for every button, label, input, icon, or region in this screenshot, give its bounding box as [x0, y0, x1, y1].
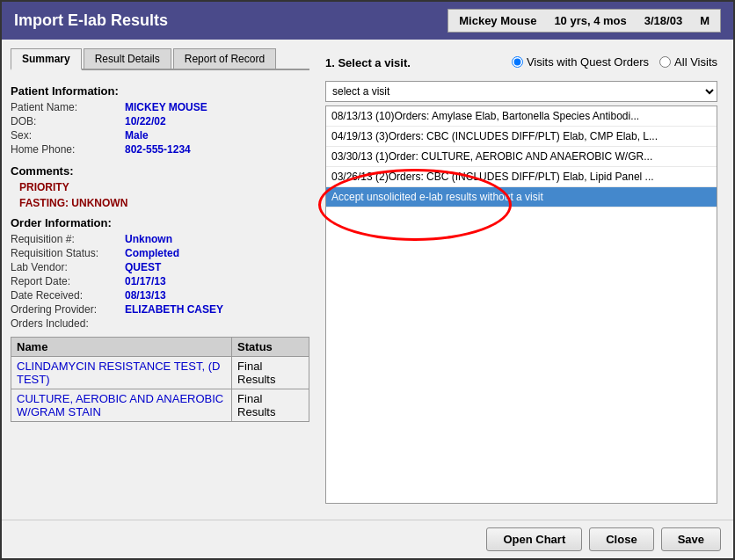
visit-item-3[interactable]: 03/30/13 (1)Order: CULTURE, AEROBIC AND … — [326, 147, 717, 167]
report-date-label: Report Date: — [11, 275, 125, 287]
order-name-2: CULTURE, AEROBIC AND ANAEROBIC W/GRAM ST… — [11, 389, 232, 422]
table-row: CULTURE, AEROBIC AND ANAEROBIC W/GRAM ST… — [11, 389, 309, 422]
sex-row: Sex: Male — [11, 129, 309, 142]
table-row: CLINDAMYCIN RESISTANCE TEST, (D TEST) Fi… — [11, 357, 309, 389]
lab-vendor-value: QUEST — [125, 261, 161, 273]
order-status-2: Final Results — [232, 389, 309, 422]
close-button[interactable]: Close — [589, 527, 653, 551]
date-received-value: 08/13/13 — [125, 289, 166, 302]
visit-dropdown[interactable]: select a visit — [325, 81, 717, 102]
radio-group: Visits with Quest Orders All Visits — [512, 55, 717, 69]
radio-quest-label: Visits with Quest Orders — [527, 55, 649, 69]
order-status-1: Final Results — [232, 357, 309, 389]
radio-all-label: All Visits — [674, 55, 717, 69]
header-patient-sex: M — [700, 14, 710, 27]
dialog-header: Import E-lab Results Mickey Mouse 10 yrs… — [2, 2, 733, 40]
visit-item-4[interactable]: 03/26/13 (2)Orders: CBC (INCLUDES DIFF/P… — [326, 167, 717, 187]
dialog-body: Summary Result Details Report of Record … — [2, 40, 733, 520]
comments-fasting: FASTING: UNKNOWN — [19, 197, 309, 209]
date-received-label: Date Received: — [11, 289, 125, 302]
annotation-container: 08/13/13 (10)Orders: Amylase Elab, Barto… — [325, 105, 717, 504]
visit-item-2[interactable]: 04/19/13 (3)Orders: CBC (INCLUDES DIFF/P… — [326, 127, 717, 147]
radio-quest-orders[interactable]: Visits with Quest Orders — [512, 55, 649, 69]
phone-row: Home Phone: 802-555-1234 — [11, 143, 309, 156]
orders-included-row: Orders Included: — [11, 317, 309, 330]
step-label: 1. Select a visit. — [325, 56, 411, 69]
col-header-name: Name — [11, 338, 232, 357]
req-status-value: Completed — [125, 247, 179, 259]
patient-info-title: Patient Information: — [11, 84, 309, 98]
visit-item-1[interactable]: 08/13/13 (10)Orders: Amylase Elab, Barto… — [326, 106, 717, 127]
radio-quest-input[interactable] — [512, 56, 523, 68]
visit-list: 08/13/13 (10)Orders: Amylase Elab, Barto… — [325, 105, 717, 504]
date-received-row: Date Received: 08/13/13 — [11, 289, 309, 302]
open-chart-button[interactable]: Open Chart — [486, 527, 582, 551]
step-row: 1. Select a visit. Visits with Quest Ord… — [325, 55, 717, 76]
col-header-status: Status — [232, 338, 309, 357]
patient-name-row: Patient Name: MICKEY MOUSE — [11, 101, 309, 113]
phone-value: 802-555-1234 — [125, 143, 191, 156]
report-date-value: 01/17/13 — [125, 275, 166, 287]
order-info-title: Order Information: — [11, 216, 309, 229]
req-num-row: Requisition #: Unknown — [11, 233, 309, 245]
ordering-provider-row: Ordering Provider: ELIZABETH CASEY — [11, 303, 309, 316]
req-num-value: Unknown — [125, 233, 172, 245]
import-elab-dialog: Import E-lab Results Mickey Mouse 10 yrs… — [0, 0, 735, 560]
orders-table: Name Status CLINDAMYCIN RESISTANCE TEST,… — [11, 337, 309, 422]
tab-result-details[interactable]: Result Details — [84, 48, 171, 69]
lab-vendor-row: Lab Vendor: QUEST — [11, 261, 309, 273]
tab-report-of-record[interactable]: Report of Record — [173, 48, 276, 69]
left-panel: Summary Result Details Report of Record … — [11, 48, 309, 511]
tab-bar: Summary Result Details Report of Record — [11, 48, 309, 70]
radio-all-visits[interactable]: All Visits — [659, 55, 717, 69]
save-button[interactable]: Save — [661, 527, 721, 551]
comments-title: Comments: — [11, 164, 309, 178]
ordering-provider-value: ELIZABETH CASEY — [125, 303, 223, 316]
header-patient-age: 10 yrs, 4 mos — [554, 14, 626, 27]
req-status-row: Requisition Status: Completed — [11, 247, 309, 259]
patient-header-info: Mickey Mouse 10 yrs, 4 mos 3/18/03 M — [448, 9, 721, 33]
dob-value: 10/22/02 — [125, 115, 166, 127]
visit-item-unsolicited[interactable]: Accept unsolicited e-lab results without… — [326, 187, 717, 207]
req-status-label: Requisition Status: — [11, 247, 125, 259]
right-panel: 1. Select a visit. Visits with Quest Ord… — [318, 48, 724, 511]
ordering-provider-label: Ordering Provider: — [11, 303, 125, 316]
sex-label: Sex: — [11, 129, 125, 142]
patient-name-label: Patient Name: — [11, 101, 125, 113]
phone-label: Home Phone: — [11, 143, 125, 156]
orders-included-label: Orders Included: — [11, 317, 125, 330]
dob-row: DOB: 10/22/02 — [11, 115, 309, 127]
lab-vendor-label: Lab Vendor: — [11, 261, 125, 273]
req-num-label: Requisition #: — [11, 233, 125, 245]
radio-all-input[interactable] — [659, 56, 671, 68]
patient-name-value: MICKEY MOUSE — [125, 101, 207, 113]
order-name-1: CLINDAMYCIN RESISTANCE TEST, (D TEST) — [11, 357, 232, 389]
dialog-title: Import E-lab Results — [14, 11, 168, 30]
dialog-footer: Open Chart Close Save — [2, 520, 733, 558]
sex-value: Male — [125, 129, 149, 142]
header-patient-name: Mickey Mouse — [459, 14, 536, 27]
comments-priority: PRIORITY — [19, 181, 309, 193]
dob-label: DOB: — [11, 115, 125, 127]
header-patient-date: 3/18/03 — [644, 14, 682, 27]
tab-summary[interactable]: Summary — [11, 48, 82, 70]
report-date-row: Report Date: 01/17/13 — [11, 275, 309, 287]
